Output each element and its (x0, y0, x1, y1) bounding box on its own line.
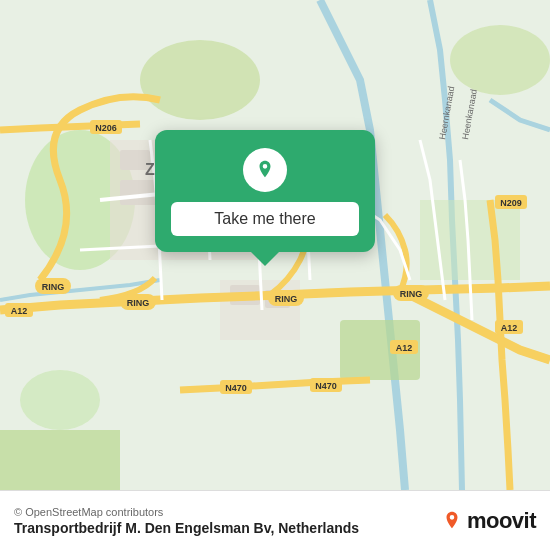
svg-text:RING: RING (400, 289, 423, 299)
svg-text:RING: RING (42, 282, 65, 292)
svg-point-4 (20, 370, 100, 430)
footer: © OpenStreetMap contributors Transportbe… (0, 490, 550, 550)
svg-text:RING: RING (127, 298, 150, 308)
svg-point-6 (450, 25, 550, 95)
location-pin-icon (254, 159, 276, 181)
svg-text:A12: A12 (501, 323, 518, 333)
svg-text:N470: N470 (315, 381, 337, 391)
svg-rect-5 (0, 430, 120, 490)
svg-text:N470: N470 (225, 383, 247, 393)
svg-text:N209: N209 (500, 198, 522, 208)
footer-logo[interactable]: moovit (441, 508, 536, 534)
take-me-there-button[interactable]: Take me there (171, 202, 359, 236)
location-popup: Take me there (155, 130, 375, 252)
location-pin-circle (243, 148, 287, 192)
map-area[interactable]: RING RING RING RING A12 A12 A12 N206 N20… (0, 0, 550, 490)
svg-point-2 (140, 40, 260, 120)
svg-text:N206: N206 (95, 123, 117, 133)
footer-copyright: © OpenStreetMap contributors (14, 506, 359, 518)
svg-text:RING: RING (275, 294, 298, 304)
footer-info: © OpenStreetMap contributors Transportbe… (14, 506, 359, 536)
svg-text:A12: A12 (11, 306, 28, 316)
moovit-logo-text: moovit (467, 508, 536, 534)
footer-business-title: Transportbedrijf M. Den Engelsman Bv, Ne… (14, 520, 359, 536)
svg-text:A12: A12 (396, 343, 413, 353)
moovit-pin-icon (441, 510, 463, 532)
